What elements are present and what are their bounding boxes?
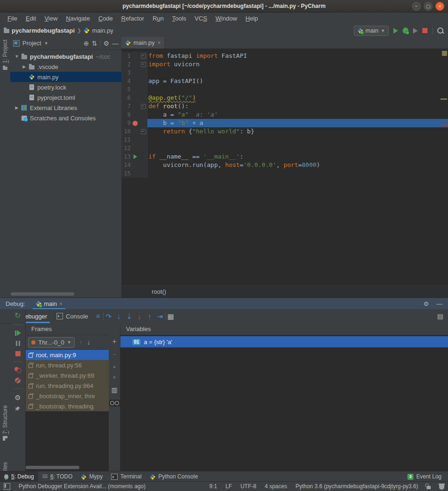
run-button[interactable] [393, 28, 398, 34]
coverage-button[interactable] [413, 28, 418, 34]
menu-edit[interactable]: Edit [22, 14, 40, 23]
code-line-5[interactable]: 5 [121, 85, 448, 94]
debug-button[interactable] [403, 28, 408, 34]
toolwindow-button-python-console[interactable]: Python Console [146, 471, 202, 482]
breadcrumb-file[interactable]: main.py [92, 27, 113, 34]
step-out-icon[interactable]: ↑ [145, 313, 155, 320]
tree-item-external-libraries[interactable]: ▶External Libraries [10, 103, 121, 113]
tool-window-toggle-icon[interactable] [4, 483, 10, 490]
frame-row[interactable]: run, thread.py:56 [26, 360, 109, 370]
remove-watch-icon[interactable]: − [112, 351, 116, 358]
horizontal-scrollbar[interactable] [26, 466, 79, 469]
next-frame-icon[interactable]: ↓ [87, 339, 91, 346]
code-line-2[interactable]: 2−import uvicorn [121, 60, 448, 69]
tab-main-py[interactable]: main.py × [121, 37, 165, 48]
tree-item-pyproject-toml[interactable]: pyproject.toml [10, 92, 121, 103]
hide-panel-icon[interactable]: — [436, 300, 442, 307]
status-message[interactable]: Python Debugger Extension Avail... (mome… [19, 483, 146, 490]
force-step-into-icon[interactable]: ↓ [134, 313, 145, 320]
menu-help[interactable]: Help [242, 14, 262, 23]
menu-navigate[interactable]: Navigate [62, 14, 93, 23]
evaluate-expression-icon[interactable]: ▦ [166, 313, 176, 320]
frame-row[interactable]: run, threading.py:864 [26, 380, 109, 391]
gear-icon[interactable]: ⚙ [103, 40, 109, 47]
code-line-8[interactable]: 8 a = "a" a: 'a' [121, 111, 448, 119]
frame-row[interactable]: _worker, thread.py:69 [26, 370, 109, 380]
chevron-down-icon[interactable]: ▼ [44, 41, 48, 46]
unlock-icon[interactable] [427, 486, 431, 489]
run-gutter-icon[interactable] [131, 152, 140, 161]
layout-menu-icon[interactable]: ≡ [93, 313, 103, 319]
code-line-11[interactable]: 11 [121, 136, 448, 144]
run-config-selector[interactable]: main ▼ [354, 26, 389, 36]
toolwindow-button-terminal[interactable]: Terminal [107, 471, 146, 482]
tree-item-poetry-lock[interactable]: poetry.lock [10, 82, 121, 92]
mute-breakpoints-icon[interactable] [15, 378, 21, 383]
step-over-icon[interactable]: ↷ [104, 313, 114, 320]
show-watches-icon[interactable] [109, 400, 120, 407]
step-into-my-code-icon[interactable]: ⇣ [124, 313, 134, 320]
duplicate-watch-icon[interactable]: ▥ [111, 387, 117, 393]
interpreter[interactable]: Python 3.6 (pycharmdebugfastapi-9cdjtyrg… [295, 483, 418, 490]
fold-marker-icon[interactable]: − [140, 52, 147, 60]
pause-icon[interactable] [16, 341, 20, 346]
move-up-icon[interactable]: ▲ [112, 364, 117, 369]
session-close-icon[interactable]: × [59, 301, 63, 307]
search-icon[interactable] [437, 28, 443, 34]
horizontal-scrollbar[interactable] [11, 292, 74, 296]
code-line-4[interactable]: 4app = FastAPI() [121, 77, 448, 85]
menu-code[interactable]: Code [95, 14, 117, 23]
code-line-12[interactable]: 12 [121, 144, 448, 152]
menu-file[interactable]: File [4, 14, 21, 23]
menu-view[interactable]: View [41, 14, 61, 23]
stop-icon[interactable] [15, 351, 21, 356]
tree-item-pycharmdebugfastapi[interactable]: ▼pycharmdebugfastapi~/coc [10, 51, 121, 62]
menu-tools[interactable]: Tools [168, 14, 190, 23]
error-stripe-breakpoint-mark[interactable] [441, 124, 448, 126]
step-into-icon[interactable]: ↓ [114, 313, 124, 320]
move-down-icon[interactable]: ▼ [112, 375, 117, 380]
event-log-button[interactable]: 3Event Log [407, 473, 448, 480]
menu-window[interactable]: Window [212, 14, 241, 23]
breadcrumb-project[interactable]: pycharmdebugfastapi [12, 27, 75, 34]
tab-close-icon[interactable]: × [158, 40, 161, 46]
locate-file-icon[interactable]: ⊕ [84, 40, 89, 47]
layout-settings-icon[interactable]: ▤ [437, 312, 448, 320]
prev-frame-icon[interactable]: ↑ [79, 339, 83, 346]
frame-row[interactable]: _bootstrap_inner, thre [26, 391, 109, 401]
variable-row[interactable]: 01 a = {str} 'a' [120, 336, 448, 347]
code-line-9[interactable]: 9 b = "b" + a [121, 119, 448, 127]
line-separator[interactable]: LF [225, 483, 232, 490]
collapse-all-icon[interactable]: ⇅ [92, 40, 98, 47]
project-panel-title[interactable]: Project [22, 40, 41, 47]
sidebar-item-project[interactable]: 1: Project [0, 40, 10, 70]
menu-vcs[interactable]: VCS [191, 14, 211, 23]
fold-marker-icon[interactable]: − [140, 127, 147, 136]
close-icon[interactable]: × [435, 2, 444, 11]
code-line-13[interactable]: 13if __name__ == '__main__': [121, 152, 448, 161]
resume-icon[interactable] [15, 330, 21, 336]
stop-button[interactable] [422, 28, 427, 33]
file-encoding[interactable]: UTF-8 [240, 483, 256, 490]
code-line-1[interactable]: 1−from fastapi import FastAPI [121, 52, 448, 60]
frame-row[interactable]: _bootstrap, threading. [26, 401, 109, 411]
minimize-icon[interactable]: − [412, 2, 421, 11]
hide-panel-icon[interactable]: — [112, 40, 119, 47]
menu-run[interactable]: Run [149, 14, 168, 23]
thread-selector[interactable]: Thr...-0_0 ▼ [28, 337, 75, 348]
menu-refactor[interactable]: Refactor [118, 14, 148, 23]
fold-marker-icon[interactable]: − [140, 60, 147, 69]
code-line-10[interactable]: 10− return {"hello world": b} [121, 127, 448, 136]
code-line-15[interactable]: 15 [121, 169, 448, 178]
tab-console[interactable]: Console [52, 309, 93, 323]
code-line-7[interactable]: 7−def root(): [121, 102, 448, 111]
fold-marker-icon[interactable]: − [140, 102, 147, 111]
code-line-3[interactable]: 3 [121, 69, 448, 77]
maximize-icon[interactable]: ▢ [424, 2, 433, 11]
toolwindow-button-5-debug[interactable]: 5: Debug [0, 471, 38, 482]
gear-icon[interactable]: ⚙ [14, 394, 21, 401]
add-watch-icon[interactable]: + [112, 338, 116, 345]
code-line-14[interactable]: 14 uvicorn.run(app, host='0.0.0.0', port… [121, 161, 448, 169]
tree-item-main-py[interactable]: main.py [10, 72, 121, 82]
gear-icon[interactable]: ⚙ [423, 300, 429, 307]
